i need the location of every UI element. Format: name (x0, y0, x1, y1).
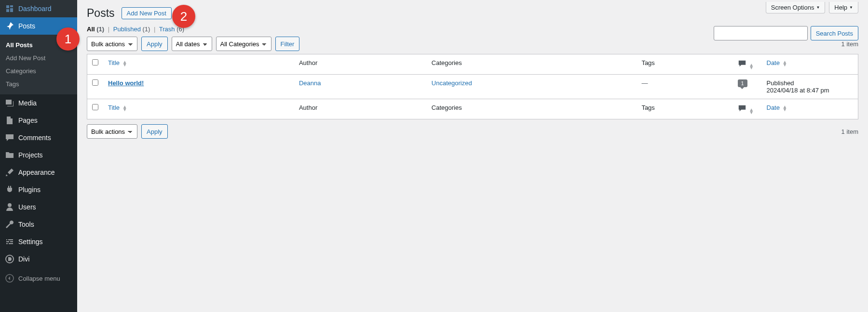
sidebar-item-media[interactable]: Media (0, 94, 77, 112)
sidebar-item-pages[interactable]: Pages (0, 112, 77, 129)
annotation-2: 2 (172, 5, 195, 28)
add-new-post-button[interactable]: Add New Post (122, 7, 172, 19)
col-author-foot: Author (294, 99, 427, 119)
sidebar-label: Dashboard (18, 5, 52, 13)
col-date-foot[interactable]: Date ▲▼ (762, 99, 858, 119)
collapse-label: Collapse menu (18, 275, 60, 282)
projects-icon (5, 150, 14, 160)
sidebar-label: Media (18, 99, 37, 107)
screen-options-tab[interactable]: Screen Options ▼ (766, 2, 826, 13)
dashboard-icon (5, 4, 14, 13)
col-title-foot[interactable]: Title ▲▼ (103, 99, 294, 119)
sort-icon: ▲▼ (783, 105, 787, 111)
view-all[interactable]: All (1) (87, 26, 104, 33)
post-status: Published (767, 79, 794, 87)
help-tab[interactable]: Help ▼ (829, 2, 858, 13)
table-footer-row: Title ▲▼ Author Categories Tags ▲▼ Date … (87, 99, 858, 119)
sidebar-label: Settings (18, 238, 43, 246)
screen-options-label: Screen Options (771, 4, 814, 11)
comment-count-bubble[interactable]: 1 (738, 79, 747, 87)
view-published[interactable]: Published (1) (113, 26, 150, 33)
sort-icon: ▲▼ (749, 64, 754, 69)
bulk-actions-select[interactable]: Bulk actions (87, 37, 137, 51)
table-row: Hello world! Deanna Uncategorized — 1 Pu… (87, 75, 858, 99)
col-tags-foot: Tags (637, 99, 732, 119)
page-icon (5, 116, 14, 125)
item-count-bottom: 1 item (841, 128, 858, 135)
brush-icon (5, 168, 14, 177)
col-author: Author (294, 54, 427, 75)
col-tags: Tags (637, 54, 732, 75)
apply-bulk-button[interactable]: Apply (141, 37, 168, 51)
chevron-down-icon: ▼ (849, 5, 853, 10)
sidebar-label: Divi (18, 255, 29, 263)
settings-icon (5, 237, 14, 247)
sidebar-label: Posts (18, 22, 35, 30)
divi-icon (5, 254, 14, 264)
col-comments-foot[interactable]: ▲▼ (733, 99, 762, 119)
sort-icon: ▲▼ (749, 108, 754, 114)
sidebar-label: Appearance (18, 169, 55, 176)
media-icon (5, 98, 14, 108)
collapse-icon (5, 273, 14, 283)
help-label: Help (834, 4, 847, 11)
posts-table: Title ▲▼ Author Categories Tags ▲▼ Date … (87, 54, 858, 119)
post-author-link[interactable]: Deanna (299, 79, 321, 87)
sidebar-label: Plugins (18, 186, 41, 194)
search-input[interactable] (714, 26, 808, 40)
item-count-top: 1 item (841, 40, 858, 48)
page-title: Posts (87, 7, 115, 20)
plugin-icon (5, 185, 14, 195)
post-date: 2024/04/18 at 8:47 pm (767, 87, 829, 94)
post-tags: — (641, 79, 648, 87)
sidebar-item-tools[interactable]: Tools (0, 216, 77, 233)
sidebar-label: Comments (18, 134, 51, 142)
sidebar-label: Pages (18, 117, 38, 124)
sidebar-item-divi[interactable]: Divi (0, 250, 77, 268)
post-category-link[interactable]: Uncategorized (432, 79, 472, 87)
col-categories: Categories (427, 54, 637, 75)
select-all-bottom[interactable] (92, 104, 98, 110)
sidebar-label: Projects (18, 151, 43, 159)
sort-icon: ▲▼ (122, 61, 127, 66)
sidebar-item-settings[interactable]: Settings (0, 233, 77, 250)
sidebar-item-dashboard[interactable]: Dashboard (0, 0, 77, 17)
col-date[interactable]: Date ▲▼ (762, 54, 858, 75)
dates-filter-select[interactable]: All dates (172, 37, 212, 51)
col-comments[interactable]: ▲▼ (733, 54, 762, 75)
col-categories-foot: Categories (427, 99, 637, 119)
search-posts-button[interactable]: Search Posts (811, 26, 858, 40)
sort-icon: ▲▼ (783, 61, 787, 66)
sidebar-item-projects[interactable]: Projects (0, 146, 77, 164)
main-content: Screen Options ▼ Help ▼ Posts Add New Po… (77, 0, 868, 312)
select-all-top[interactable] (92, 59, 98, 65)
top-right-tabs: Screen Options ▼ Help ▼ (766, 2, 858, 13)
table-header-row: Title ▲▼ Author Categories Tags ▲▼ Date … (87, 54, 858, 75)
chevron-down-icon: ▼ (816, 5, 820, 10)
sidebar-label: Tools (18, 221, 34, 228)
comment-icon (5, 133, 14, 143)
sidebar-item-comments[interactable]: Comments (0, 129, 77, 146)
filter-button[interactable]: Filter (275, 37, 300, 51)
categories-filter-select[interactable]: All Categories (216, 37, 271, 51)
user-icon (5, 202, 14, 212)
col-title[interactable]: Title ▲▼ (103, 54, 294, 75)
sidebar-item-plugins[interactable]: Plugins (0, 181, 77, 198)
sidebar-label: Users (18, 203, 36, 211)
wrench-icon (5, 220, 14, 229)
collapse-menu[interactable]: Collapse menu (0, 270, 77, 287)
submenu-tags[interactable]: Tags (0, 78, 77, 91)
annotation-1: 1 (56, 27, 80, 51)
sidebar-item-appearance[interactable]: Appearance (0, 164, 77, 181)
sidebar-item-users[interactable]: Users (0, 198, 77, 216)
submenu-add-new[interactable]: Add New Post (0, 52, 77, 65)
sort-icon: ▲▼ (122, 105, 127, 111)
row-checkbox[interactable] (92, 79, 98, 86)
submenu-categories[interactable]: Categories (0, 65, 77, 78)
pin-icon (5, 21, 14, 31)
bulk-actions-select-bottom[interactable]: Bulk actions (87, 124, 137, 139)
post-title-link[interactable]: Hello world! (108, 79, 144, 87)
apply-bulk-button-bottom[interactable]: Apply (141, 124, 168, 139)
